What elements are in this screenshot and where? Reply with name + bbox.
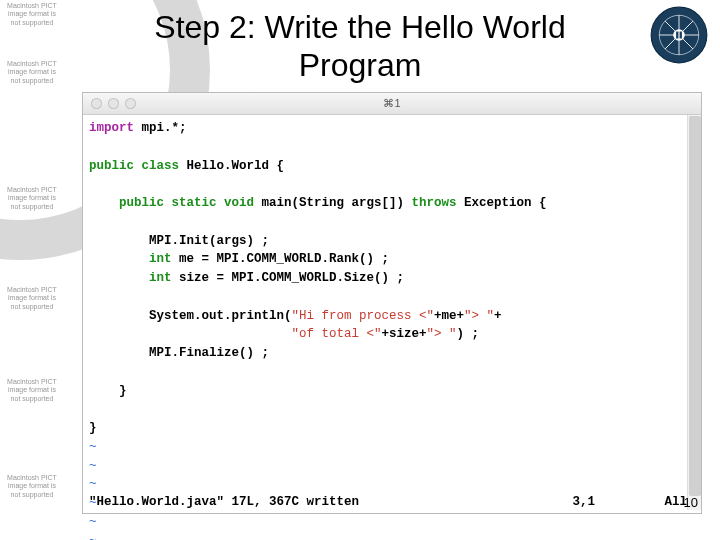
vim-tilde: ~ <box>89 477 97 491</box>
code-editor[interactable]: import mpi.*; public class Hello.World {… <box>83 115 701 540</box>
svg-rect-7 <box>676 32 678 39</box>
kw-public-class: public class <box>89 159 179 173</box>
pict-placeholder: Macintosh PICT image format is not suppo… <box>4 186 60 211</box>
code-line: MPI.Init(args) ; <box>89 234 269 248</box>
vim-statusbar: "Hello.World.java" 17L, 367C written 3,1… <box>89 495 695 509</box>
window-controls <box>83 98 136 109</box>
svg-rect-8 <box>680 32 682 39</box>
institution-seal-icon <box>650 6 708 64</box>
brace: } <box>89 384 127 398</box>
cursor-position: 3,1 <box>572 495 595 509</box>
pict-placeholder: Macintosh PICT image format is not suppo… <box>4 2 60 27</box>
title-line-1: Step 2: Write the Hello World <box>154 9 565 45</box>
kw-int: int <box>89 252 172 266</box>
code-text: +me+ <box>434 309 464 323</box>
slide-number: 10 <box>684 495 698 510</box>
pict-placeholder: Macintosh PICT image format is not suppo… <box>4 286 60 311</box>
string-literal: "> " <box>427 327 457 341</box>
vim-tilde: ~ <box>89 534 97 541</box>
code-text: +size+ <box>382 327 427 341</box>
exception: Exception { <box>457 196 547 210</box>
method-name: main(String args[]) <box>254 196 412 210</box>
brace: } <box>89 421 97 435</box>
window-title: ⌘1 <box>383 97 400 110</box>
code-text: me = MPI.COMM_WORLD.Rank() ; <box>172 252 390 266</box>
svg-point-6 <box>673 29 685 41</box>
code-text: System.out.println( <box>89 309 292 323</box>
kw-method-sig: public static void <box>89 196 254 210</box>
zoom-icon[interactable] <box>125 98 136 109</box>
class-name: Hello.World { <box>179 159 284 173</box>
code-text: + <box>494 309 502 323</box>
vim-tilde: ~ <box>89 515 97 529</box>
string-literal: "of total <" <box>292 327 382 341</box>
code-line: MPI.Finalize() ; <box>89 346 269 360</box>
code-text: ) ; <box>457 327 480 341</box>
window-titlebar[interactable]: ⌘1 <box>83 93 701 115</box>
editor-window: ⌘1 import mpi.*; public class Hello.Worl… <box>82 92 702 514</box>
kw-throws: throws <box>412 196 457 210</box>
indent <box>89 327 292 341</box>
close-icon[interactable] <box>91 98 102 109</box>
slide-title: Step 2: Write the Hello World Program <box>0 0 720 89</box>
code-text: size = MPI.COMM_WORLD.Size() ; <box>172 271 405 285</box>
status-message: "Hello.World.java" 17L, 367C written <box>89 495 359 509</box>
string-literal: "Hi from process <" <box>292 309 435 323</box>
string-literal: "> " <box>464 309 494 323</box>
scroll-thumb[interactable] <box>689 116 701 496</box>
code-text: mpi.*; <box>134 121 187 135</box>
kw-int: int <box>89 271 172 285</box>
title-line-2: Program <box>299 47 422 83</box>
pict-placeholder: Macintosh PICT image format is not suppo… <box>4 378 60 403</box>
pict-placeholder: Macintosh PICT image format is not suppo… <box>4 60 60 85</box>
vim-tilde: ~ <box>89 440 97 454</box>
pict-placeholder: Macintosh PICT image format is not suppo… <box>4 474 60 499</box>
minimize-icon[interactable] <box>108 98 119 109</box>
vim-tilde: ~ <box>89 459 97 473</box>
kw-import: import <box>89 121 134 135</box>
vertical-scrollbar[interactable] <box>687 115 701 510</box>
